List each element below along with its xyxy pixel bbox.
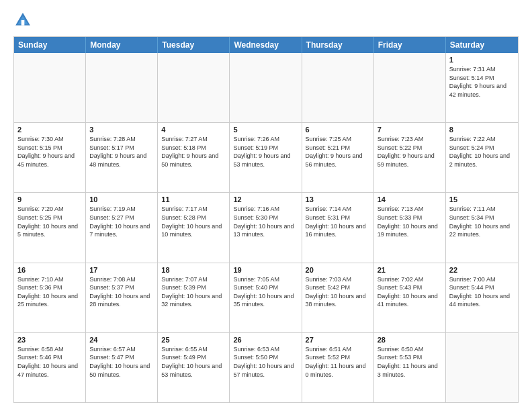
header-cell-saturday: Saturday bbox=[446, 37, 518, 53]
day-info: Sunrise: 7:17 AMSunset: 5:28 PMDaylight:… bbox=[161, 205, 226, 238]
calendar-header: SundayMondayTuesdayWednesdayThursdayFrid… bbox=[14, 37, 518, 53]
day-cell-24: 24Sunrise: 6:57 AMSunset: 5:47 PMDayligh… bbox=[86, 333, 158, 402]
day-number: 3 bbox=[89, 126, 154, 134]
svg-rect-2 bbox=[21, 20, 25, 26]
calendar-body: 1Sunrise: 7:31 AMSunset: 5:14 PMDaylight… bbox=[14, 53, 518, 402]
day-cell-25: 25Sunrise: 6:55 AMSunset: 5:49 PMDayligh… bbox=[158, 333, 230, 402]
empty-cell bbox=[302, 53, 374, 122]
day-cell-26: 26Sunrise: 6:53 AMSunset: 5:50 PMDayligh… bbox=[230, 333, 302, 402]
day-cell-17: 17Sunrise: 7:08 AMSunset: 5:37 PMDayligh… bbox=[86, 263, 158, 332]
day-info: Sunrise: 7:02 AMSunset: 5:43 PMDaylight:… bbox=[378, 275, 442, 309]
day-number: 5 bbox=[233, 126, 298, 134]
day-number: 14 bbox=[378, 195, 442, 203]
day-cell-14: 14Sunrise: 7:13 AMSunset: 5:33 PMDayligh… bbox=[374, 193, 446, 262]
day-number: 15 bbox=[449, 195, 515, 203]
day-cell-16: 16Sunrise: 7:10 AMSunset: 5:36 PMDayligh… bbox=[14, 263, 86, 332]
header-cell-sunday: Sunday bbox=[14, 37, 86, 53]
empty-cell bbox=[86, 53, 158, 122]
day-cell-11: 11Sunrise: 7:17 AMSunset: 5:28 PMDayligh… bbox=[158, 193, 230, 262]
day-number: 4 bbox=[161, 126, 226, 134]
day-info: Sunrise: 7:08 AMSunset: 5:37 PMDaylight:… bbox=[89, 275, 154, 309]
day-info: Sunrise: 6:57 AMSunset: 5:47 PMDaylight:… bbox=[89, 345, 154, 379]
day-cell-18: 18Sunrise: 7:07 AMSunset: 5:39 PMDayligh… bbox=[158, 263, 230, 332]
day-cell-7: 7Sunrise: 7:23 AMSunset: 5:22 PMDaylight… bbox=[374, 123, 446, 192]
header bbox=[13, 11, 519, 30]
day-cell-23: 23Sunrise: 6:58 AMSunset: 5:46 PMDayligh… bbox=[14, 333, 86, 402]
calendar-row: 2Sunrise: 7:30 AMSunset: 5:15 PMDaylight… bbox=[14, 122, 518, 192]
day-cell-6: 6Sunrise: 7:25 AMSunset: 5:21 PMDaylight… bbox=[302, 123, 374, 192]
day-cell-27: 27Sunrise: 6:51 AMSunset: 5:52 PMDayligh… bbox=[302, 333, 374, 402]
header-cell-wednesday: Wednesday bbox=[230, 37, 302, 53]
day-cell-21: 21Sunrise: 7:02 AMSunset: 5:43 PMDayligh… bbox=[374, 263, 446, 332]
day-number: 13 bbox=[306, 195, 370, 203]
empty-cell bbox=[374, 53, 446, 122]
day-number: 26 bbox=[233, 336, 298, 344]
day-info: Sunrise: 7:31 AMSunset: 5:14 PMDaylight:… bbox=[449, 65, 515, 99]
day-number: 22 bbox=[449, 266, 515, 274]
day-info: Sunrise: 7:22 AMSunset: 5:24 PMDaylight:… bbox=[449, 135, 515, 169]
day-info: Sunrise: 7:20 AMSunset: 5:25 PMDaylight:… bbox=[17, 205, 82, 238]
logo-icon bbox=[13, 11, 32, 30]
day-cell-22: 22Sunrise: 7:00 AMSunset: 5:44 PMDayligh… bbox=[446, 263, 518, 332]
day-info: Sunrise: 7:07 AMSunset: 5:39 PMDaylight:… bbox=[161, 275, 226, 309]
day-info: Sunrise: 7:11 AMSunset: 5:34 PMDaylight:… bbox=[449, 205, 515, 238]
header-cell-tuesday: Tuesday bbox=[158, 37, 230, 53]
day-number: 11 bbox=[161, 195, 226, 203]
day-number: 20 bbox=[306, 266, 370, 274]
day-cell-15: 15Sunrise: 7:11 AMSunset: 5:34 PMDayligh… bbox=[446, 193, 518, 262]
day-number: 24 bbox=[89, 336, 154, 344]
day-info: Sunrise: 7:03 AMSunset: 5:42 PMDaylight:… bbox=[306, 275, 370, 309]
day-cell-10: 10Sunrise: 7:19 AMSunset: 5:27 PMDayligh… bbox=[86, 193, 158, 262]
day-cell-4: 4Sunrise: 7:27 AMSunset: 5:18 PMDaylight… bbox=[158, 123, 230, 192]
day-info: Sunrise: 6:50 AMSunset: 5:53 PMDaylight:… bbox=[378, 345, 442, 379]
day-cell-5: 5Sunrise: 7:26 AMSunset: 5:19 PMDaylight… bbox=[230, 123, 302, 192]
day-number: 19 bbox=[233, 266, 298, 274]
day-cell-20: 20Sunrise: 7:03 AMSunset: 5:42 PMDayligh… bbox=[302, 263, 374, 332]
day-info: Sunrise: 7:05 AMSunset: 5:40 PMDaylight:… bbox=[233, 275, 298, 309]
calendar-row: 16Sunrise: 7:10 AMSunset: 5:36 PMDayligh… bbox=[14, 263, 518, 332]
calendar-row: 9Sunrise: 7:20 AMSunset: 5:25 PMDaylight… bbox=[14, 192, 518, 262]
empty-cell bbox=[230, 53, 302, 122]
day-number: 6 bbox=[306, 126, 370, 134]
day-number: 21 bbox=[378, 266, 442, 274]
day-cell-2: 2Sunrise: 7:30 AMSunset: 5:15 PMDaylight… bbox=[14, 123, 86, 192]
day-info: Sunrise: 7:13 AMSunset: 5:33 PMDaylight:… bbox=[378, 205, 442, 238]
day-number: 7 bbox=[378, 126, 442, 134]
day-number: 16 bbox=[17, 266, 82, 274]
day-info: Sunrise: 6:55 AMSunset: 5:49 PMDaylight:… bbox=[161, 345, 226, 379]
day-number: 2 bbox=[17, 126, 82, 134]
day-info: Sunrise: 7:30 AMSunset: 5:15 PMDaylight:… bbox=[17, 135, 82, 169]
day-info: Sunrise: 7:16 AMSunset: 5:30 PMDaylight:… bbox=[233, 205, 298, 238]
calendar: SundayMondayTuesdayWednesdayThursdayFrid… bbox=[13, 36, 519, 403]
day-info: Sunrise: 7:26 AMSunset: 5:19 PMDaylight:… bbox=[233, 135, 298, 169]
day-info: Sunrise: 7:10 AMSunset: 5:36 PMDaylight:… bbox=[17, 275, 82, 309]
day-number: 10 bbox=[89, 195, 154, 203]
day-cell-19: 19Sunrise: 7:05 AMSunset: 5:40 PMDayligh… bbox=[230, 263, 302, 332]
day-cell-9: 9Sunrise: 7:20 AMSunset: 5:25 PMDaylight… bbox=[14, 193, 86, 262]
empty-cell bbox=[14, 53, 86, 122]
day-number: 9 bbox=[17, 195, 82, 203]
calendar-row: 23Sunrise: 6:58 AMSunset: 5:46 PMDayligh… bbox=[14, 332, 518, 402]
day-number: 23 bbox=[17, 336, 82, 344]
day-number: 8 bbox=[449, 126, 515, 134]
day-number: 28 bbox=[378, 336, 442, 344]
day-number: 1 bbox=[449, 56, 515, 64]
empty-cell bbox=[158, 53, 230, 122]
day-number: 27 bbox=[306, 336, 370, 344]
day-cell-12: 12Sunrise: 7:16 AMSunset: 5:30 PMDayligh… bbox=[230, 193, 302, 262]
day-info: Sunrise: 7:28 AMSunset: 5:17 PMDaylight:… bbox=[89, 135, 154, 169]
day-cell-13: 13Sunrise: 7:14 AMSunset: 5:31 PMDayligh… bbox=[302, 193, 374, 262]
header-cell-monday: Monday bbox=[86, 37, 158, 53]
day-info: Sunrise: 7:25 AMSunset: 5:21 PMDaylight:… bbox=[306, 135, 370, 169]
day-info: Sunrise: 7:19 AMSunset: 5:27 PMDaylight:… bbox=[89, 205, 154, 238]
day-info: Sunrise: 7:00 AMSunset: 5:44 PMDaylight:… bbox=[449, 275, 515, 309]
day-info: Sunrise: 7:23 AMSunset: 5:22 PMDaylight:… bbox=[378, 135, 442, 169]
day-cell-3: 3Sunrise: 7:28 AMSunset: 5:17 PMDaylight… bbox=[86, 123, 158, 192]
day-info: Sunrise: 6:51 AMSunset: 5:52 PMDaylight:… bbox=[306, 345, 370, 379]
logo bbox=[13, 11, 35, 30]
day-cell-8: 8Sunrise: 7:22 AMSunset: 5:24 PMDaylight… bbox=[446, 123, 518, 192]
day-number: 12 bbox=[233, 195, 298, 203]
calendar-row: 1Sunrise: 7:31 AMSunset: 5:14 PMDaylight… bbox=[14, 53, 518, 122]
header-cell-thursday: Thursday bbox=[302, 37, 374, 53]
day-cell-28: 28Sunrise: 6:50 AMSunset: 5:53 PMDayligh… bbox=[374, 333, 446, 402]
